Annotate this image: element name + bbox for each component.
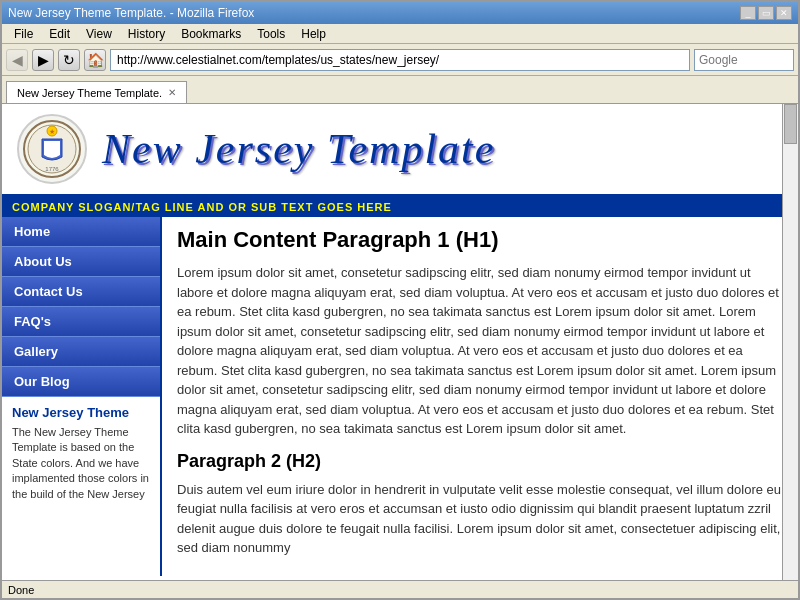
sidebar-section-text: The New Jersey Theme Template is based o… [12,425,150,502]
back-button[interactable]: ◀ [6,49,28,71]
tab-close-button[interactable]: ✕ [168,87,176,98]
content-h1: Main Content Paragraph 1 (H1) [177,227,783,253]
nav-faq[interactable]: FAQ's [2,307,160,337]
menu-bookmarks[interactable]: Bookmarks [173,27,249,41]
menu-help[interactable]: Help [293,27,334,41]
nav-contact[interactable]: Contact Us [2,277,160,307]
menu-tools[interactable]: Tools [249,27,293,41]
website: 1776 ★ New Jersey Template COMPANY SLOGA… [2,104,798,580]
site-logo: 1776 ★ [17,114,87,184]
sidebar-section-title: New Jersey Theme [12,405,150,420]
sidebar: Home About Us Contact Us FAQ's Gallery O… [2,217,162,576]
search-input[interactable] [694,49,794,71]
site-body: Home About Us Contact Us FAQ's Gallery O… [2,217,798,576]
close-button[interactable]: ✕ [776,6,792,20]
status-text: Done [8,584,34,596]
reload-button[interactable]: ↻ [58,49,80,71]
svg-text:1776: 1776 [45,166,59,172]
nav-about[interactable]: About Us [2,247,160,277]
menu-history[interactable]: History [120,27,173,41]
nav-blog[interactable]: Our Blog [2,367,160,397]
minimize-button[interactable]: _ [740,6,756,20]
svg-text:★: ★ [49,128,55,135]
nav-bar: ◀ ▶ ↻ 🏠 [2,44,798,76]
tab-bar: New Jersey Theme Template. ✕ [2,76,798,104]
nav-gallery[interactable]: Gallery [2,337,160,367]
nj-seal-icon: 1776 ★ [22,119,82,179]
site-header: 1776 ★ New Jersey Template [2,104,798,197]
status-bar: Done [2,580,798,598]
scrollbar[interactable] [782,104,798,580]
site-title: New Jersey Template [102,125,495,173]
menu-bar: File Edit View History Bookmarks Tools H… [2,24,798,44]
site-tagline: COMPANY SLOGAN/TAG LINE AND OR SUB TEXT … [2,197,798,217]
content-p1: Lorem ipsum dolor sit amet, consetetur s… [177,263,783,439]
forward-button[interactable]: ▶ [32,49,54,71]
menu-view[interactable]: View [78,27,120,41]
address-input[interactable] [110,49,690,71]
window-controls: _ ▭ ✕ [740,6,792,20]
menu-edit[interactable]: Edit [41,27,78,41]
main-content: Main Content Paragraph 1 (H1) Lorem ipsu… [162,217,798,576]
scroll-thumb[interactable] [784,104,797,144]
title-bar: New Jersey Theme Template. - Mozilla Fir… [2,2,798,24]
browser-window: New Jersey Theme Template. - Mozilla Fir… [0,0,800,600]
browser-tab[interactable]: New Jersey Theme Template. ✕ [6,81,187,103]
tab-label: New Jersey Theme Template. [17,87,162,99]
window-title: New Jersey Theme Template. - Mozilla Fir… [8,6,254,20]
nav-home[interactable]: Home [2,217,160,247]
sidebar-section: New Jersey Theme The New Jersey Theme Te… [2,397,160,510]
menu-file[interactable]: File [6,27,41,41]
content-p2: Duis autem vel eum iriure dolor in hendr… [177,480,783,558]
content-h2: Paragraph 2 (H2) [177,451,783,472]
restore-button[interactable]: ▭ [758,6,774,20]
home-button[interactable]: 🏠 [84,49,106,71]
page-content: 1776 ★ New Jersey Template COMPANY SLOGA… [2,104,798,580]
